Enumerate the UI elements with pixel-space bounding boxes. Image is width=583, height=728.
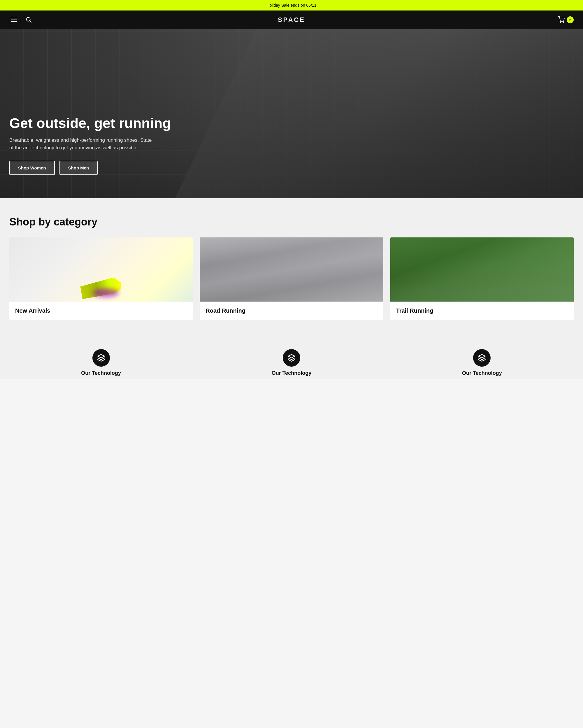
search-icon — [26, 17, 32, 23]
category-card-road-running[interactable]: Road Running — [200, 237, 383, 320]
site-logo[interactable]: SPACE — [278, 16, 305, 24]
svg-point-6 — [563, 22, 564, 23]
svg-rect-1 — [11, 20, 17, 20]
tech-icon-3 — [478, 354, 486, 362]
menu-icon — [10, 16, 18, 23]
svg-rect-2 — [11, 21, 17, 22]
tech-heading-row: Our Technology Our Technology Our Techno… — [9, 349, 574, 376]
category-image-road-running — [200, 237, 383, 302]
hero-background-visual — [175, 29, 583, 198]
header-left — [9, 15, 33, 25]
menu-button[interactable] — [9, 15, 19, 25]
category-label-new-arrivals: New Arrivals — [9, 302, 193, 320]
svg-point-5 — [560, 22, 561, 23]
category-label-trail-running: Trail Running — [390, 302, 574, 320]
cart-icon — [558, 16, 565, 23]
tech-circle-2 — [283, 349, 300, 367]
search-button[interactable] — [25, 16, 33, 24]
svg-rect-0 — [11, 18, 17, 18]
shop-women-button[interactable]: Shop Women — [9, 161, 55, 175]
hero-section: Get outside, get running Breathable, wei… — [0, 29, 583, 198]
svg-line-4 — [30, 21, 31, 22]
hero-cta-group: Shop Women Shop Men — [9, 161, 171, 175]
category-grid: New Arrivals Road Running Trail Running — [9, 237, 574, 320]
category-label-road-running: Road Running — [200, 302, 383, 320]
tech-block-2: Our Technology — [200, 349, 383, 376]
shop-men-button[interactable]: Shop Men — [59, 161, 98, 175]
tech-block-1: Our Technology — [9, 349, 193, 376]
tech-block-3: Our Technology — [390, 349, 574, 376]
announcement-text: Holiday Sale ends on 05/11 — [267, 3, 316, 7]
tech-icon-1 — [97, 354, 105, 362]
header-right: 2 — [558, 16, 574, 23]
category-card-trail-running[interactable]: Trail Running — [390, 237, 574, 320]
hero-subtitle: Breathable, weightless and high-performi… — [9, 136, 155, 151]
tech-heading-label-1: Our Technology — [81, 370, 121, 376]
hero-title: Get outside, get running — [9, 116, 171, 131]
category-image-new-arrivals — [9, 237, 193, 302]
category-image-trail-running — [390, 237, 574, 302]
tech-section: Our Technology Our Technology Our Techno… — [0, 343, 583, 379]
category-section: Shop by category New Arrivals Road Runni… — [0, 198, 583, 343]
category-card-new-arrivals[interactable]: New Arrivals — [9, 237, 193, 320]
tech-circle-3 — [473, 349, 491, 367]
category-section-title: Shop by category — [9, 216, 574, 228]
tech-heading-label-2: Our Technology — [272, 370, 312, 376]
announcement-bar: Holiday Sale ends on 05/11 — [0, 0, 583, 10]
tech-icon-2 — [287, 354, 296, 362]
cart-button[interactable]: 2 — [558, 16, 574, 23]
hero-content: Get outside, get running Breathable, wei… — [9, 116, 171, 175]
header: SPACE 2 — [0, 10, 583, 29]
tech-circle-1 — [92, 349, 110, 367]
tech-heading-label-3: Our Technology — [462, 370, 502, 376]
cart-count-badge: 2 — [567, 16, 574, 23]
